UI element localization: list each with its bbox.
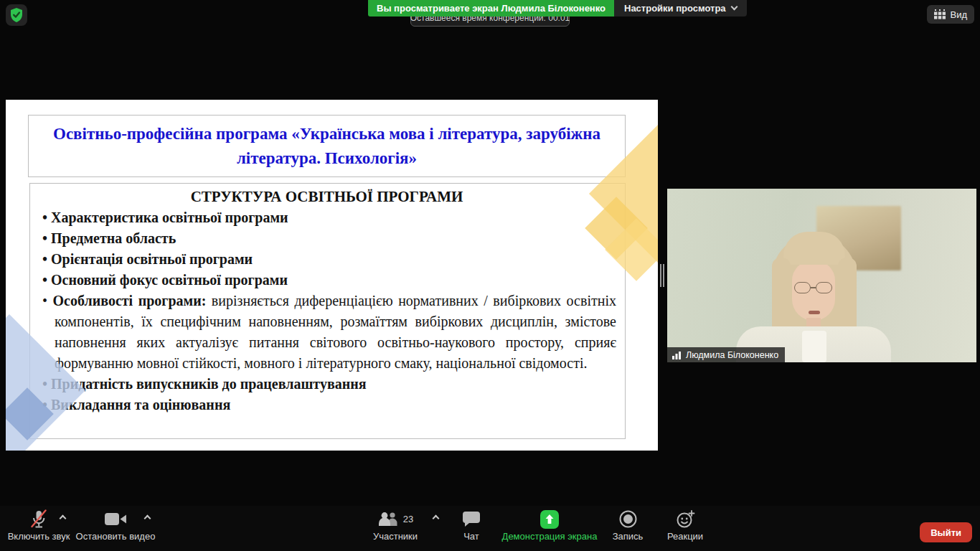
bullet-lead-text: Особливості програми: [53, 293, 207, 309]
participant-glasses [794, 282, 832, 293]
camera-icon [105, 512, 127, 526]
participant-shirt [802, 331, 826, 362]
handle-bar [660, 264, 661, 287]
viewing-screen-banner: Вы просматриваете экран Людмила Білоконе… [368, 0, 614, 17]
bullet-text: Основний фокус освітньої програми [51, 272, 288, 288]
chat-bubble-icon [463, 512, 480, 527]
share-screen-icon [540, 510, 559, 529]
participants-options-chevron-icon[interactable] [433, 515, 440, 522]
chevron-down-icon [730, 4, 738, 11]
bullet-text: Викладання та оцінювання [51, 397, 230, 413]
glasses-bridge [811, 287, 816, 288]
participant-video-tile[interactable]: Людмила Білоконенко [667, 189, 976, 362]
bullet-item: Орієнтація освітньої програми [37, 249, 616, 270]
panel-resize-handle[interactable] [660, 264, 664, 287]
view-settings-label: Настройки просмотра [624, 3, 726, 14]
chat-label: Чат [463, 532, 479, 542]
bullet-item: Викладання та оцінювання [37, 395, 616, 415]
stop-video-label: Остановить видео [76, 532, 156, 542]
participants-icon [377, 512, 400, 527]
participant-name-tag: Людмила Білоконенко [667, 347, 785, 362]
bullet-text: Предметна область [51, 230, 176, 246]
participant-hair-bangs [783, 232, 845, 265]
unmute-button[interactable]: Включить звук [7, 509, 70, 542]
bullet-text: Придатність випускників до працевлаштува… [51, 376, 367, 392]
glasses-lens [816, 282, 832, 293]
share-screen-label: Демонстрация экрана [502, 532, 598, 542]
view-button-label: Вид [950, 9, 967, 20]
handle-bar [663, 264, 664, 287]
shield-check-icon [9, 7, 24, 23]
reactions-smiley-icon [676, 509, 695, 529]
slide-title-box: Освітньо-професійна програма «Українська… [28, 115, 626, 177]
reactions-button[interactable]: Реакции [661, 509, 709, 542]
participant-mouth [809, 311, 820, 314]
bullet-item: Предметна область [37, 228, 616, 249]
stop-video-button[interactable]: Остановить видео [75, 509, 156, 542]
reactions-label: Реакции [667, 532, 703, 542]
bullet-item: Основний фокус освітньої програми [37, 270, 616, 291]
muted-mic-icon [29, 509, 48, 529]
shared-screen-slide: Освітньо-професійна програма «Українська… [6, 100, 658, 451]
view-settings-dropdown[interactable]: Настройки просмотра [614, 0, 747, 17]
slide-body-box: СТРУКТУРА ОСВІТНЬОЇ ПРОГРАМИ Характерист… [29, 183, 626, 439]
grid-view-icon [934, 9, 946, 19]
slide-title: Освітньо-професійна програма «Українська… [29, 122, 625, 171]
bullet-item: Придатність випускників до працевлаштува… [37, 374, 616, 395]
slide-section-heading: СТРУКТУРА ОСВІТНЬОЇ ПРОГРАМИ [37, 186, 616, 207]
share-screen-button[interactable]: Демонстрация экрана [502, 509, 597, 542]
bullet-item: Особливості програми: вирізняється дифер… [37, 291, 616, 374]
leave-meeting-button[interactable]: Выйти [920, 522, 972, 542]
security-button[interactable] [6, 4, 27, 26]
record-button[interactable]: Запись [607, 509, 649, 542]
unmute-label: Включить звук [8, 532, 70, 542]
participant-name: Людмила Білоконенко [686, 350, 778, 360]
record-icon [618, 509, 638, 529]
participants-count: 23 [403, 514, 413, 524]
participants-label: Участники [373, 532, 418, 542]
bullet-text: Характеристика освітньої програми [51, 209, 288, 225]
bullet-text: Орієнтація освітньої програми [51, 251, 253, 267]
screen-share-banner-bar: Вы просматриваете экран Людмила Білоконе… [368, 0, 747, 17]
audio-level-bars-icon [672, 351, 682, 359]
participants-button[interactable]: 23 Участники [361, 509, 430, 542]
view-button[interactable]: Вид [927, 5, 974, 24]
bullet-item: Характеристика освітньої програми [37, 207, 616, 228]
record-label: Запись [613, 532, 644, 542]
glasses-lens [794, 282, 811, 293]
chat-button[interactable]: Чат [451, 509, 492, 542]
slide-bullet-list: Характеристика освітньої програми Предме… [37, 207, 616, 415]
bottom-toolbar: Включить звук Остановить видео 23 Участн… [0, 506, 980, 551]
